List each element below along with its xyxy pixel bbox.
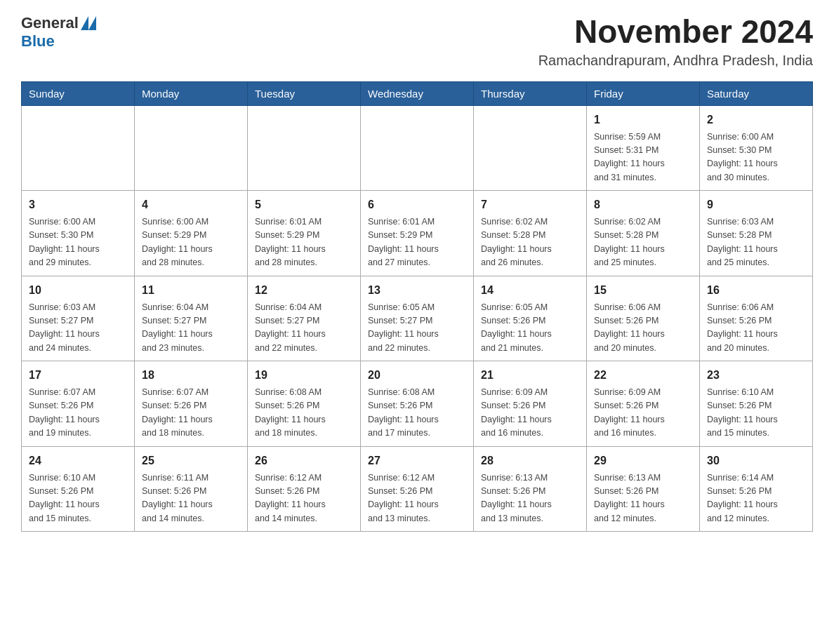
- day-number: 13: [368, 282, 466, 299]
- day-info: Sunrise: 6:05 AMSunset: 5:27 PMDaylight:…: [368, 301, 466, 356]
- table-row: 21Sunrise: 6:09 AMSunset: 5:26 PMDayligh…: [474, 361, 587, 447]
- table-row: 2Sunrise: 6:00 AMSunset: 5:30 PMDaylight…: [700, 105, 813, 191]
- day-info: Sunrise: 6:00 AMSunset: 5:30 PMDaylight:…: [29, 215, 127, 270]
- day-info: Sunrise: 6:14 AMSunset: 5:26 PMDaylight:…: [707, 471, 805, 526]
- day-number: 25: [142, 452, 240, 469]
- day-info: Sunrise: 6:02 AMSunset: 5:28 PMDaylight:…: [481, 215, 579, 270]
- table-row: [22, 105, 135, 191]
- title-area: November 2024 Ramachandrapuram, Andhra P…: [538, 14, 813, 69]
- col-sunday: Sunday: [22, 81, 135, 105]
- calendar-header-row: Sunday Monday Tuesday Wednesday Thursday…: [22, 81, 813, 105]
- table-row: 20Sunrise: 6:08 AMSunset: 5:26 PMDayligh…: [361, 361, 474, 447]
- day-info: Sunrise: 6:00 AMSunset: 5:30 PMDaylight:…: [707, 130, 805, 185]
- table-row: 30Sunrise: 6:14 AMSunset: 5:26 PMDayligh…: [700, 446, 813, 532]
- table-row: 7Sunrise: 6:02 AMSunset: 5:28 PMDaylight…: [474, 191, 587, 276]
- table-row: 22Sunrise: 6:09 AMSunset: 5:26 PMDayligh…: [587, 361, 700, 447]
- col-wednesday: Wednesday: [361, 81, 474, 105]
- table-row: 27Sunrise: 6:12 AMSunset: 5:26 PMDayligh…: [361, 446, 474, 532]
- day-number: 27: [368, 452, 466, 469]
- month-title: November 2024: [538, 14, 813, 50]
- day-info: Sunrise: 6:02 AMSunset: 5:28 PMDaylight:…: [594, 215, 692, 270]
- day-info: Sunrise: 6:11 AMSunset: 5:26 PMDaylight:…: [142, 471, 240, 526]
- day-number: 18: [142, 367, 240, 384]
- logo-general: General: [21, 14, 79, 32]
- day-number: 1: [594, 112, 692, 128]
- day-number: 9: [707, 196, 805, 213]
- table-row: 18Sunrise: 6:07 AMSunset: 5:26 PMDayligh…: [135, 361, 248, 447]
- day-number: 21: [481, 367, 579, 384]
- day-info: Sunrise: 6:12 AMSunset: 5:26 PMDaylight:…: [368, 471, 466, 526]
- table-row: 26Sunrise: 6:12 AMSunset: 5:26 PMDayligh…: [248, 446, 361, 532]
- table-row: [474, 105, 587, 191]
- day-number: 11: [142, 282, 240, 299]
- day-info: Sunrise: 6:06 AMSunset: 5:26 PMDaylight:…: [707, 301, 805, 356]
- calendar-week-row: 10Sunrise: 6:03 AMSunset: 5:27 PMDayligh…: [22, 276, 813, 361]
- calendar-week-row: 1Sunrise: 5:59 AMSunset: 5:31 PMDaylight…: [22, 105, 813, 191]
- table-row: 14Sunrise: 6:05 AMSunset: 5:26 PMDayligh…: [474, 276, 587, 361]
- day-number: 15: [594, 282, 692, 299]
- day-info: Sunrise: 6:09 AMSunset: 5:26 PMDaylight:…: [594, 386, 692, 441]
- table-row: 28Sunrise: 6:13 AMSunset: 5:26 PMDayligh…: [474, 446, 587, 532]
- day-info: Sunrise: 6:01 AMSunset: 5:29 PMDaylight:…: [368, 215, 466, 270]
- day-info: Sunrise: 6:00 AMSunset: 5:29 PMDaylight:…: [142, 215, 240, 270]
- table-row: 13Sunrise: 6:05 AMSunset: 5:27 PMDayligh…: [361, 276, 474, 361]
- table-row: [135, 105, 248, 191]
- col-tuesday: Tuesday: [248, 81, 361, 105]
- table-row: 12Sunrise: 6:04 AMSunset: 5:27 PMDayligh…: [248, 276, 361, 361]
- table-row: 23Sunrise: 6:10 AMSunset: 5:26 PMDayligh…: [700, 361, 813, 447]
- day-info: Sunrise: 6:08 AMSunset: 5:26 PMDaylight:…: [368, 386, 466, 441]
- day-number: 28: [481, 452, 579, 469]
- day-info: Sunrise: 6:07 AMSunset: 5:26 PMDaylight:…: [142, 386, 240, 441]
- day-number: 14: [481, 282, 579, 299]
- day-info: Sunrise: 6:06 AMSunset: 5:26 PMDaylight:…: [594, 301, 692, 356]
- table-row: 4Sunrise: 6:00 AMSunset: 5:29 PMDaylight…: [135, 191, 248, 276]
- day-info: Sunrise: 6:03 AMSunset: 5:27 PMDaylight:…: [29, 301, 127, 356]
- day-number: 8: [594, 196, 692, 213]
- table-row: 6Sunrise: 6:01 AMSunset: 5:29 PMDaylight…: [361, 191, 474, 276]
- svg-marker-0: [81, 16, 88, 30]
- table-row: 5Sunrise: 6:01 AMSunset: 5:29 PMDaylight…: [248, 191, 361, 276]
- col-monday: Monday: [135, 81, 248, 105]
- page-header: General Blue November 2024 Ramachandrapu…: [21, 14, 813, 69]
- day-number: 29: [594, 452, 692, 469]
- day-number: 5: [255, 196, 353, 213]
- svg-marker-1: [88, 16, 96, 30]
- calendar-week-row: 24Sunrise: 6:10 AMSunset: 5:26 PMDayligh…: [22, 446, 813, 532]
- day-info: Sunrise: 6:10 AMSunset: 5:26 PMDaylight:…: [707, 386, 805, 441]
- col-saturday: Saturday: [700, 81, 813, 105]
- location-title: Ramachandrapuram, Andhra Pradesh, India: [538, 53, 813, 69]
- day-info: Sunrise: 6:12 AMSunset: 5:26 PMDaylight:…: [255, 471, 353, 526]
- day-info: Sunrise: 5:59 AMSunset: 5:31 PMDaylight:…: [594, 130, 692, 185]
- day-info: Sunrise: 6:03 AMSunset: 5:28 PMDaylight:…: [707, 215, 805, 270]
- day-number: 19: [255, 367, 353, 384]
- day-number: 7: [481, 196, 579, 213]
- calendar-week-row: 17Sunrise: 6:07 AMSunset: 5:26 PMDayligh…: [22, 361, 813, 447]
- day-number: 16: [707, 282, 805, 299]
- day-info: Sunrise: 6:01 AMSunset: 5:29 PMDaylight:…: [255, 215, 353, 270]
- day-number: 26: [255, 452, 353, 469]
- logo: General Blue: [21, 14, 96, 51]
- day-info: Sunrise: 6:08 AMSunset: 5:26 PMDaylight:…: [255, 386, 353, 441]
- table-row: 19Sunrise: 6:08 AMSunset: 5:26 PMDayligh…: [248, 361, 361, 447]
- table-row: 15Sunrise: 6:06 AMSunset: 5:26 PMDayligh…: [587, 276, 700, 361]
- day-info: Sunrise: 6:07 AMSunset: 5:26 PMDaylight:…: [29, 386, 127, 441]
- day-info: Sunrise: 6:10 AMSunset: 5:26 PMDaylight:…: [29, 471, 127, 526]
- day-number: 4: [142, 196, 240, 213]
- table-row: 9Sunrise: 6:03 AMSunset: 5:28 PMDaylight…: [700, 191, 813, 276]
- day-info: Sunrise: 6:05 AMSunset: 5:26 PMDaylight:…: [481, 301, 579, 356]
- table-row: 25Sunrise: 6:11 AMSunset: 5:26 PMDayligh…: [135, 446, 248, 532]
- day-number: 20: [368, 367, 466, 384]
- table-row: 3Sunrise: 6:00 AMSunset: 5:30 PMDaylight…: [22, 191, 135, 276]
- table-row: [361, 105, 474, 191]
- day-number: 17: [29, 367, 127, 384]
- table-row: 1Sunrise: 5:59 AMSunset: 5:31 PMDaylight…: [587, 105, 700, 191]
- day-number: 24: [29, 452, 127, 469]
- day-number: 2: [707, 112, 805, 128]
- day-number: 3: [29, 196, 127, 213]
- table-row: 17Sunrise: 6:07 AMSunset: 5:26 PMDayligh…: [22, 361, 135, 447]
- day-info: Sunrise: 6:13 AMSunset: 5:26 PMDaylight:…: [594, 471, 692, 526]
- calendar-week-row: 3Sunrise: 6:00 AMSunset: 5:30 PMDaylight…: [22, 191, 813, 276]
- table-row: 16Sunrise: 6:06 AMSunset: 5:26 PMDayligh…: [700, 276, 813, 361]
- day-number: 12: [255, 282, 353, 299]
- day-info: Sunrise: 6:13 AMSunset: 5:26 PMDaylight:…: [481, 471, 579, 526]
